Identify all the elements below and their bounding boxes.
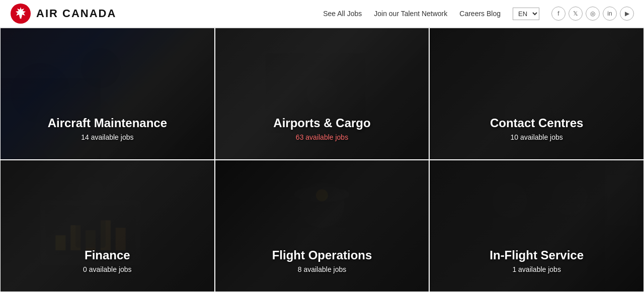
youtube-icon[interactable]: ▶ [620,7,634,21]
instagram-icon[interactable]: ◎ [586,7,600,21]
card-jobs-contact: 10 available jobs [511,133,563,141]
card-content-airports: Airports & Cargo 63 available jobs [215,28,429,159]
job-cards-grid: Aircraft Maintenance 14 available jobs A… [0,28,644,292]
facebook-icon[interactable]: f [551,7,566,21]
card-title-flight: Flight Operations [272,248,372,262]
card-title-finance: Finance [85,248,130,262]
see-all-jobs-link[interactable]: See All Jobs [323,10,362,18]
card-content-inflight: In-Flight Service 1 available jobs [430,160,643,291]
card-title-airports: Airports & Cargo [273,116,370,130]
twitter-icon[interactable]: 𝕏 [569,7,583,21]
job-card-flight-operations[interactable]: Flight Operations 8 available jobs [215,160,430,292]
card-title-inflight: In-Flight Service [490,248,584,262]
card-jobs-aircraft: 14 available jobs [81,133,133,141]
card-content-flight: Flight Operations 8 available jobs [215,160,429,291]
language-selector[interactable]: EN FR [513,8,539,20]
svg-rect-1 [20,16,22,19]
main-nav: See All Jobs Join our Talent Network Car… [323,7,634,21]
card-content-aircraft: Aircraft Maintenance 14 available jobs [1,28,214,159]
job-card-aircraft-maintenance[interactable]: Aircraft Maintenance 14 available jobs [0,28,215,160]
logo-maple-leaf [10,3,31,24]
card-jobs-finance: 0 available jobs [83,265,132,273]
careers-blog-link[interactable]: Careers Blog [459,10,501,18]
card-content-finance: Finance 0 available jobs [1,160,214,291]
logo-area[interactable]: AIR CANADA [10,3,116,24]
card-title-contact: Contact Centres [490,116,583,130]
brand-name: AIR CANADA [36,7,116,20]
card-title-aircraft: Aircraft Maintenance [48,116,167,130]
job-card-inflight-service[interactable]: In-Flight Service 1 available jobs [429,160,644,292]
talent-network-link[interactable]: Join our Talent Network [374,10,447,18]
site-header: AIR CANADA See All Jobs Join our Talent … [0,0,644,28]
social-icons-group: f 𝕏 ◎ in ▶ [551,7,634,21]
card-content-contact: Contact Centres 10 available jobs [430,28,643,159]
card-jobs-flight: 8 available jobs [298,265,347,273]
job-card-airports-cargo[interactable]: Airports & Cargo 63 available jobs [215,28,430,160]
job-card-contact-centres[interactable]: Contact Centres 10 available jobs [429,28,644,160]
card-jobs-inflight: 1 available jobs [512,265,561,273]
linkedin-icon[interactable]: in [603,7,617,21]
card-jobs-airports: 63 available jobs [296,133,348,141]
job-card-finance[interactable]: Finance 0 available jobs [0,160,215,292]
